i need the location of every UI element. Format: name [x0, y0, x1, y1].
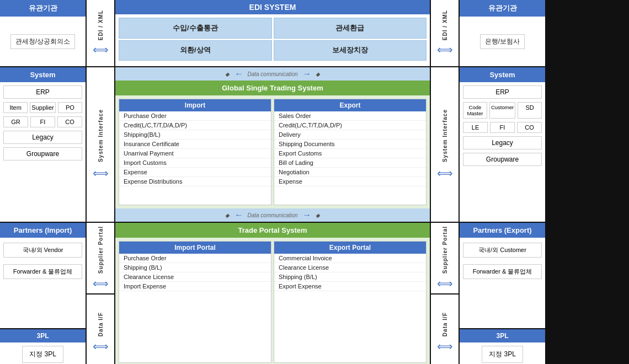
mid-left-system-header: System [0, 67, 86, 82]
top-right-panel: 유관기관 은행/보험사 [460, 0, 545, 66]
mid-left-system-panel: System ERP Item Supplier PO GR FI CO Leg… [0, 67, 86, 222]
export-box: Export Sales Order Credit(L/C,T/T,D/A,D/… [274, 99, 427, 205]
global-header: Global Single Trading System [115, 81, 430, 95]
import-portal-item-1: Shipping (B/L) [119, 263, 271, 272]
import-item-1: Credit(L/C,T/T,D/A,D/P) [119, 121, 271, 130]
system-interface-left-label: System Interface [98, 109, 104, 162]
import-item-5: Import Customs [119, 158, 271, 168]
edi-system-header: EDI SYSTEM [115, 0, 430, 14]
mid-right-le: LE [463, 122, 488, 133]
supplier-portal-right-label: Supplier Portal [442, 226, 448, 274]
threepl-left-content: 지정 3PL [0, 342, 86, 364]
import-box: Import Purchase Order Credit(L/C,T/T,D/A… [119, 99, 271, 205]
partners-export-content: 국내/외 Customer Forwarder & 물류업체 [460, 238, 545, 328]
top-arrow-2: → [302, 69, 311, 79]
export-item-2: Delivery [274, 130, 426, 140]
top-right-content: 은행/보험사 [460, 17, 545, 66]
edi-left-label: EDI / XML [98, 10, 104, 40]
mid-right-row2: LE FI CO [463, 122, 542, 133]
partners-import-content: 국내/외 Vendor Forwarder & 물류업체 [0, 238, 86, 328]
import-portal-item-3: Import Expense [119, 282, 271, 291]
edi-system-panel: EDI SYSTEM 수입/수출통관 관세환급 외환/상역 보세장치장 [115, 0, 430, 66]
partners-export-item-0: 국내/외 Customer [463, 243, 542, 258]
mid-left-legacy: Legacy [3, 131, 82, 144]
top-conn-label: Data communication [247, 71, 297, 77]
mid-right-legacy: Legacy [463, 136, 542, 149]
mid-right-codemaster: Code Master [463, 102, 487, 119]
bot-right-interface: Supplier Portal ⟺ Data I/F ⟺ [431, 223, 459, 364]
export-portal-item-0: Commercial Invoice [274, 254, 426, 263]
main-diagram: 유관기관 관세청/상공회의소 EDI / XML ⟺ EDI SYSTEM 수입… [0, 0, 629, 364]
top-arrow-1: ← [234, 69, 243, 79]
import-export-grid: Import Purchase Order Credit(L/C,T/T,D/A… [115, 95, 430, 208]
import-item-4: Unarrival Payment [119, 149, 271, 158]
export-item-3: Shipping Documents [274, 140, 426, 149]
bot-arrow-1: ← [234, 210, 243, 220]
mid-left-erp: ERP [3, 85, 82, 99]
top-right-header: 유관기관 [460, 0, 545, 17]
mid-right-customer: Customer [489, 102, 515, 119]
data-if-left-label: Data I/F [98, 312, 104, 336]
mid-right-system-panel: System ERP Code Master Customer SD LE FI… [460, 67, 545, 222]
mid-left-row2: GR FI CO [3, 116, 82, 127]
mid-left-groupware: Groupware [3, 147, 82, 160]
edi-right-arrow: ⟺ [437, 43, 453, 56]
export-header: Export [274, 99, 426, 111]
top-connector-row: ◆ ← Data communication → ◆ [115, 67, 430, 81]
mid-left-interface: System Interface ⟺ [87, 67, 114, 222]
export-item-0: Sales Order [274, 111, 426, 121]
mid-right-interface: System Interface ⟺ [431, 67, 459, 222]
portal-import-export-grid: Import Portal Purchase Order Shipping (B… [115, 238, 430, 364]
mid-left-po: PO [58, 102, 82, 113]
edi-cell-3: 보세장치장 [274, 40, 427, 61]
threepl-left-header: 3PL [0, 329, 86, 342]
mid-right-system-content: ERP Code Master Customer SD LE FI CO Leg… [460, 82, 545, 222]
partners-import-item-1: Forwarder & 물류업체 [3, 264, 82, 279]
mid-right-co: CO [517, 122, 542, 133]
export-item-7: Expense [274, 177, 426, 186]
mid-left-system-content: ERP Item Supplier PO GR FI CO Legacy Gro… [0, 82, 86, 222]
bot-arrow-2: → [302, 210, 311, 220]
export-portal-item-3: Export Expense [274, 282, 426, 291]
edi-left-arrow: ⟺ [93, 43, 109, 56]
mid-right-system-header: System [460, 67, 545, 82]
export-portal-item-2: Shipping (B/L) [274, 272, 426, 282]
threepl-right-box: 지정 3PL [482, 346, 523, 363]
mid-right-groupware: Groupware [463, 153, 542, 166]
mid-right-erp: ERP [463, 85, 542, 99]
mid-right-row1: Code Master Customer SD [463, 102, 542, 119]
partners-import-item-0: 국내/외 Vendor [3, 243, 82, 258]
mid-left-supplier: Supplier [30, 102, 55, 113]
import-portal-item-2: Clearance License [119, 272, 271, 282]
bot-left-arrow-top: ⟺ [93, 277, 109, 290]
bot-left-interface: Supplier Portal ⟺ Data I/F ⟺ [87, 223, 114, 364]
top-left-panel: 유관기관 관세청/상공회의소 [0, 0, 86, 66]
mid-left-row1: Item Supplier PO [3, 102, 82, 113]
top-left-diamond: ◆ [225, 71, 230, 77]
export-item-4: Export Customs [274, 149, 426, 158]
mid-left-gr: GR [3, 116, 28, 127]
export-item-5: Bill of Lading [274, 158, 426, 168]
threepl-left-box: 지정 3PL [22, 346, 63, 363]
export-portal-item-1: Clearance License [274, 263, 426, 272]
partners-import-header: Partners (Import) [0, 223, 86, 238]
import-item-0: Purchase Order [119, 111, 271, 121]
top-left-header: 유관기관 [0, 0, 86, 17]
partners-export-item-1: Forwarder & 물류업체 [463, 264, 542, 279]
bot-right-arrow-top: ⟺ [437, 277, 453, 290]
trade-portal-header: Trade Portal System [115, 223, 430, 238]
import-item-2: Shipping(B/L) [119, 130, 271, 140]
threepl-right-content: 지정 3PL [460, 342, 545, 364]
system-interface-right-label: System Interface [442, 109, 448, 162]
mid-left-co: CO [57, 116, 82, 127]
bottom-connector-row: ◆ ← Data communication → ◆ [115, 208, 430, 222]
import-header: Import [119, 99, 271, 111]
data-if-right-label: Data I/F [442, 312, 448, 336]
export-item-6: Negotiation [274, 168, 426, 177]
import-portal-box: Import Portal Purchase Order Shipping (B… [119, 241, 271, 363]
export-item-1: Credit(L/C,T/T,D/A,D/P) [274, 121, 426, 130]
supplier-portal-left-label: Supplier Portal [98, 226, 104, 274]
top-left-org: 관세청/상공회의소 [10, 34, 75, 49]
export-portal-header: Export Portal [274, 242, 426, 254]
edi-cell-1: 관세환급 [274, 18, 427, 39]
